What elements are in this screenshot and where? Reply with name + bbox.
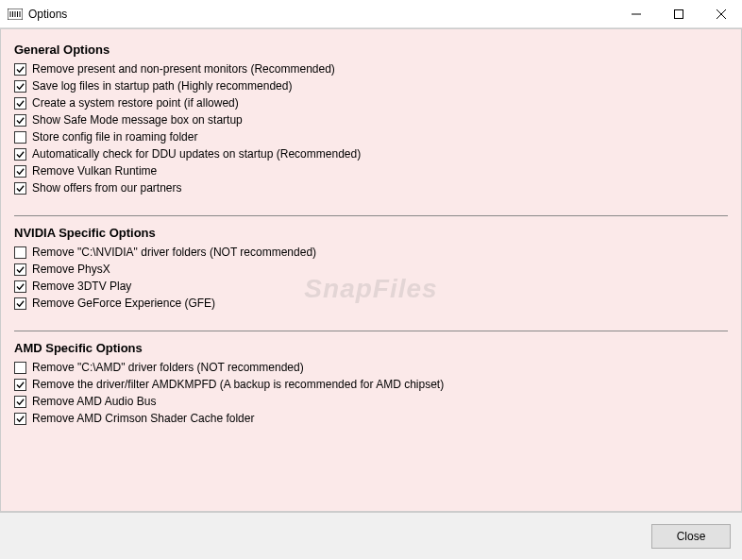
- content-area: General Options Remove present and non-p…: [0, 28, 742, 512]
- general-option-7[interactable]: Show offers from our partners: [14, 181, 728, 195]
- option-label: Remove the driver/filter AMDKMPFD (A bac…: [32, 378, 444, 391]
- amd-option-1[interactable]: Remove the driver/filter AMDKMPFD (A bac…: [14, 378, 728, 391]
- option-label: Remove AMD Crimson Shader Cache folder: [32, 412, 254, 425]
- option-label: Remove AMD Audio Bus: [32, 395, 156, 408]
- nvidia-option-1[interactable]: Remove PhysX: [14, 263, 728, 276]
- checkbox-icon[interactable]: [14, 379, 26, 391]
- general-option-3[interactable]: Show Safe Mode message box on startup: [14, 113, 728, 127]
- option-label: Remove PhysX: [32, 263, 110, 276]
- checkbox-icon[interactable]: [14, 280, 26, 293]
- bottom-bar: Close: [0, 512, 742, 559]
- general-option-1[interactable]: Save log files in startup path (Highly r…: [14, 79, 728, 93]
- general-option-5[interactable]: Automatically check for DDU updates on s…: [14, 147, 728, 161]
- app-icon: [8, 7, 23, 22]
- nvidia-option-0[interactable]: Remove "C:\NVIDIA" driver folders (NOT r…: [14, 246, 728, 259]
- general-option-6[interactable]: Remove Vulkan Runtime: [14, 164, 728, 178]
- checkbox-icon[interactable]: [14, 165, 26, 178]
- nvidia-title: NVIDIA Specific Options: [14, 226, 728, 240]
- option-label: Show offers from our partners: [32, 181, 182, 195]
- general-option-0[interactable]: Remove present and non-present monitors …: [14, 62, 728, 76]
- maximize-button[interactable]: [657, 0, 700, 28]
- separator: [14, 215, 728, 216]
- general-option-2[interactable]: Create a system restore point (if allowe…: [14, 96, 728, 110]
- option-label: Remove GeForce Experience (GFE): [32, 297, 215, 310]
- amd-section: AMD Specific Options Remove "C:\AMD" dri…: [14, 341, 728, 425]
- minimize-button[interactable]: [615, 0, 657, 28]
- window-controls: [615, 0, 742, 28]
- nvidia-option-3[interactable]: Remove GeForce Experience (GFE): [14, 297, 728, 310]
- checkbox-icon[interactable]: [14, 182, 26, 195]
- option-label: Remove "C:\AMD" driver folders (NOT reco…: [32, 361, 304, 374]
- checkbox-icon[interactable]: [14, 114, 26, 127]
- window-title: Options: [28, 8, 67, 21]
- checkbox-icon[interactable]: [14, 362, 26, 374]
- nvidia-option-2[interactable]: Remove 3DTV Play: [14, 280, 728, 293]
- checkbox-icon[interactable]: [14, 63, 26, 76]
- checkbox-icon[interactable]: [14, 148, 26, 161]
- option-label: Remove present and non-present monitors …: [32, 62, 335, 76]
- option-label: Remove 3DTV Play: [32, 280, 131, 293]
- option-label: Save log files in startup path (Highly r…: [32, 79, 292, 93]
- checkbox-icon[interactable]: [14, 297, 26, 310]
- checkbox-icon[interactable]: [14, 131, 26, 144]
- checkbox-icon[interactable]: [14, 97, 26, 110]
- general-option-4[interactable]: Store config file in roaming folder: [14, 130, 728, 144]
- close-window-button[interactable]: [700, 0, 742, 28]
- option-label: Remove "C:\NVIDIA" driver folders (NOT r…: [32, 246, 316, 259]
- nvidia-section: NVIDIA Specific Options Remove "C:\NVIDI…: [14, 226, 728, 310]
- svg-rect-7: [674, 9, 683, 18]
- option-label: Automatically check for DDU updates on s…: [32, 147, 361, 161]
- general-title: General Options: [14, 42, 728, 57]
- close-button[interactable]: Close: [651, 524, 731, 549]
- separator: [14, 331, 728, 331]
- option-label: Store config file in roaming folder: [32, 130, 197, 144]
- amd-option-3[interactable]: Remove AMD Crimson Shader Cache folder: [14, 412, 728, 425]
- option-label: Remove Vulkan Runtime: [32, 164, 157, 178]
- checkbox-icon[interactable]: [14, 80, 26, 93]
- option-label: Create a system restore point (if allowe…: [32, 96, 239, 110]
- titlebar: Options: [0, 0, 742, 28]
- amd-option-2[interactable]: Remove AMD Audio Bus: [14, 395, 728, 408]
- checkbox-icon[interactable]: [14, 263, 26, 276]
- option-label: Show Safe Mode message box on startup: [32, 113, 243, 127]
- amd-title: AMD Specific Options: [14, 341, 728, 355]
- general-section: General Options Remove present and non-p…: [14, 42, 728, 195]
- checkbox-icon[interactable]: [14, 246, 26, 259]
- checkbox-icon[interactable]: [14, 413, 26, 425]
- checkbox-icon[interactable]: [14, 396, 26, 408]
- amd-option-0[interactable]: Remove "C:\AMD" driver folders (NOT reco…: [14, 361, 728, 374]
